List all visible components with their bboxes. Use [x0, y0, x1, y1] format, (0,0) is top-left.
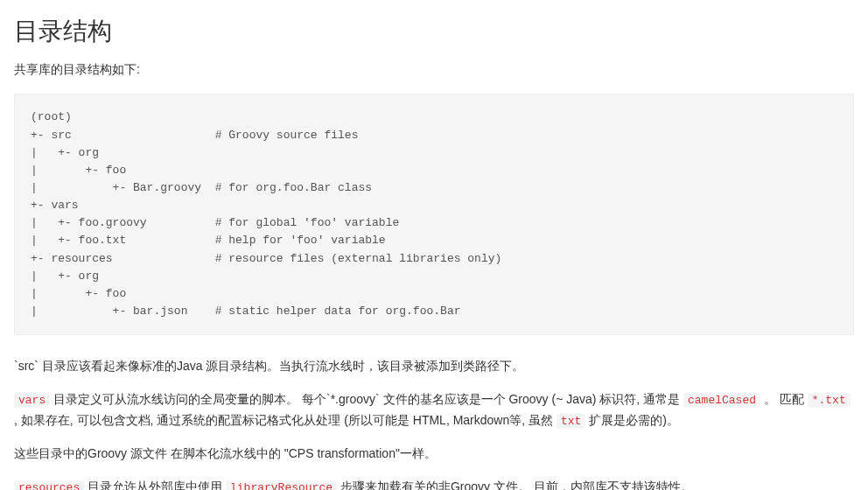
code-libraryresource: libraryResource: [226, 480, 337, 490]
code-txt-glob: *.txt: [808, 393, 850, 408]
text-segment: 目录允许从外部库中使用: [84, 480, 226, 490]
code-txt: txt: [556, 414, 585, 429]
paragraph-cps: 这些目录中的Groovy 源文件 在脚本化流水线中的 "CPS transfor…: [14, 444, 854, 465]
intro-text: 共享库的目录结构如下:: [14, 60, 854, 80]
text-segment: 扩展是必需的)。: [585, 413, 679, 427]
directory-structure-code: (root) +- src # Groovy source files | +-…: [14, 94, 854, 335]
text-segment: 步骤来加载有关的非Groovy 文件。 目前，内部库不支持该特性。: [337, 480, 693, 490]
text-segment: , 如果存在, 可以包含文档, 通过系统的配置标记格式化从处理 (所以可能是 H…: [14, 413, 556, 427]
code-vars: vars: [14, 393, 50, 408]
section-heading: 目录结构: [14, 10, 854, 52]
code-resources: resources: [14, 480, 84, 490]
code-camelcased: camelCased: [683, 393, 760, 408]
paragraph-src: `src` 目录应该看起来像标准的Java 源目录结构。当执行流水线时，该目录被…: [14, 356, 854, 377]
paragraph-resources: resources 目录允许从外部库中使用 libraryResource 步骤…: [14, 477, 854, 490]
paragraph-vars: vars 目录定义可从流水线访问的全局变量的脚本。 每个`*.groovy` 文…: [14, 389, 854, 431]
text-segment: 。 匹配: [760, 392, 808, 406]
text-segment: 目录定义可从流水线访问的全局变量的脚本。 每个`*.groovy` 文件的基名应…: [50, 392, 683, 406]
